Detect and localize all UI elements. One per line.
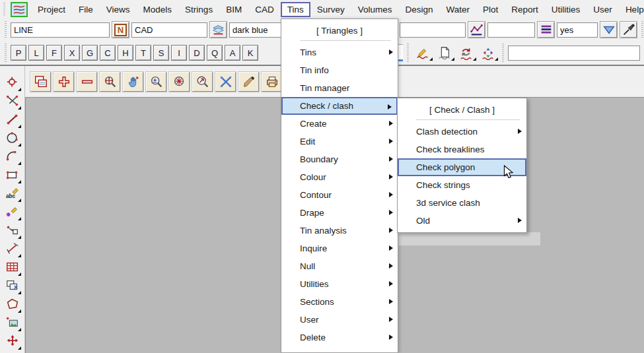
- symbol-button[interactable]: [3, 203, 22, 220]
- menu-item-boundary[interactable]: Boundary: [281, 150, 398, 168]
- letter-button-d[interactable]: D: [189, 45, 205, 61]
- menu-item-delete[interactable]: Delete: [281, 329, 398, 346]
- new-view-button[interactable]: [30, 72, 51, 92]
- menu-file[interactable]: File: [72, 2, 100, 17]
- translate-button[interactable]: [3, 333, 22, 350]
- pencil-string-button[interactable]: [413, 44, 433, 62]
- menu-survey[interactable]: Survey: [310, 2, 351, 17]
- zoom-extents-button[interactable]: [100, 72, 120, 92]
- menu-item-create[interactable]: Create: [281, 115, 398, 133]
- name-input[interactable]: [11, 22, 110, 38]
- style-picker-button[interactable]: [468, 21, 485, 38]
- menu-views[interactable]: Views: [100, 2, 137, 17]
- text-button[interactable]: abc: [3, 185, 22, 202]
- menu-item-edit[interactable]: Edit: [281, 133, 398, 150]
- create-point-button[interactable]: [3, 74, 22, 91]
- menu-help[interactable]: Help: [619, 2, 644, 17]
- menu-item-3d-service-clash[interactable]: 3d service clash: [398, 194, 526, 212]
- menu-plot[interactable]: Plot: [476, 2, 505, 17]
- measure-button[interactable]: [3, 240, 22, 257]
- polygon-button[interactable]: [3, 296, 22, 313]
- letter-button-i[interactable]: I: [171, 45, 187, 61]
- convert-button[interactable]: [3, 222, 22, 239]
- menu-item-utilities[interactable]: Utilities: [281, 275, 398, 293]
- menu-item-check-breaklines[interactable]: Check breaklines: [398, 141, 526, 158]
- menu-item-old[interactable]: Old: [398, 212, 526, 230]
- eyedropper-button[interactable]: [620, 21, 637, 38]
- image-button[interactable]: [3, 314, 22, 331]
- name-picker-button[interactable]: N: [112, 21, 129, 38]
- toolbar-grip[interactable]: [501, 44, 505, 62]
- letter-button-s[interactable]: S: [153, 45, 169, 61]
- letter-button-f[interactable]: F: [46, 45, 62, 61]
- menu-strings[interactable]: Strings: [178, 2, 219, 17]
- zoom-out-button[interactable]: [77, 72, 97, 92]
- menu-user[interactable]: User: [587, 2, 619, 17]
- toolbar-grip[interactable]: [641, 21, 644, 38]
- menu-item-null[interactable]: Null: [281, 257, 398, 275]
- menu-item-drape[interactable]: Drape: [281, 204, 398, 222]
- menu-utilities[interactable]: Utilities: [545, 2, 587, 17]
- letter-button-h[interactable]: H: [118, 45, 133, 61]
- grid-button[interactable]: [3, 259, 22, 276]
- intersect-button[interactable]: [3, 92, 22, 110]
- menu-item-tin-analysis[interactable]: Tin analysis: [281, 222, 398, 240]
- letter-button-q[interactable]: Q: [207, 45, 223, 61]
- create-line-button[interactable]: [3, 111, 22, 128]
- letter-button-l[interactable]: L: [28, 45, 44, 61]
- menu-item-colour[interactable]: Colour: [281, 168, 398, 186]
- model-picker-button[interactable]: [209, 21, 227, 38]
- menu-item-user[interactable]: User: [281, 311, 398, 329]
- toolbar-grip[interactable]: [406, 44, 410, 62]
- toolbar-grip[interactable]: [4, 21, 7, 38]
- model-input[interactable]: [131, 22, 207, 38]
- letter-button-t[interactable]: T: [135, 45, 151, 61]
- plot-button[interactable]: [262, 72, 282, 92]
- recycle-button[interactable]: [456, 44, 476, 62]
- create-circle-button[interactable]: [3, 129, 22, 146]
- copy-button[interactable]: [3, 277, 22, 294]
- letter-button-x[interactable]: X: [64, 45, 80, 61]
- page-button[interactable]: [435, 44, 454, 62]
- menu-item-tin-manager[interactable]: Tin manager: [281, 79, 398, 97]
- menu-item-tin-info[interactable]: Tin info: [281, 61, 398, 79]
- menu-item-contour[interactable]: Contour: [281, 186, 398, 204]
- menu-tins[interactable]: Tins: [281, 2, 310, 17]
- cad-text-input[interactable]: [508, 46, 640, 61]
- tinable-input[interactable]: [557, 22, 598, 38]
- menubar-grip[interactable]: [3, 3, 6, 16]
- menu-item-check-clash[interactable]: Check / clash: [281, 97, 398, 115]
- zoom-shrink-button[interactable]: [169, 72, 190, 92]
- menu-cad[interactable]: CAD: [248, 2, 281, 17]
- menu-item-clash-detection[interactable]: Clash detection: [398, 123, 526, 141]
- menu-water[interactable]: Water: [440, 2, 477, 17]
- zoom-previous-button[interactable]: ±: [146, 72, 166, 92]
- letter-button-k[interactable]: K: [242, 45, 258, 61]
- create-rectangle-button[interactable]: [3, 166, 22, 183]
- pan-button[interactable]: [123, 72, 143, 92]
- weight-picker-button[interactable]: [537, 21, 555, 38]
- menu-project[interactable]: Project: [31, 2, 72, 17]
- redraw-button[interactable]: [215, 72, 236, 92]
- menu-design[interactable]: Design: [399, 2, 440, 17]
- menu-item-inquire[interactable]: Inquire: [281, 240, 398, 257]
- menu-volumes[interactable]: Volumes: [351, 2, 399, 17]
- refresh-multi-button[interactable]: [478, 44, 498, 62]
- dropdown-button[interactable]: [600, 21, 618, 38]
- letter-button-c[interactable]: C: [100, 45, 116, 61]
- brush-button[interactable]: [238, 72, 259, 92]
- zoom-in-button[interactable]: [54, 72, 74, 92]
- toolbar-grip[interactable]: [4, 44, 7, 62]
- letter-button-p[interactable]: P: [11, 45, 26, 61]
- menu-report[interactable]: Report: [505, 2, 545, 17]
- create-arc-button[interactable]: [3, 148, 22, 165]
- menu-models[interactable]: Models: [137, 2, 179, 17]
- zoom-pick-button[interactable]: [192, 72, 213, 92]
- menu-item-sections[interactable]: Sections: [281, 293, 398, 311]
- letter-button-g[interactable]: G: [82, 45, 98, 61]
- style-input[interactable]: [400, 22, 466, 38]
- menu-item-tins[interactable]: Tins: [281, 44, 398, 61]
- weight-input[interactable]: [487, 22, 535, 38]
- letter-button-a[interactable]: A: [225, 45, 240, 61]
- menu-bim[interactable]: BIM: [219, 2, 248, 17]
